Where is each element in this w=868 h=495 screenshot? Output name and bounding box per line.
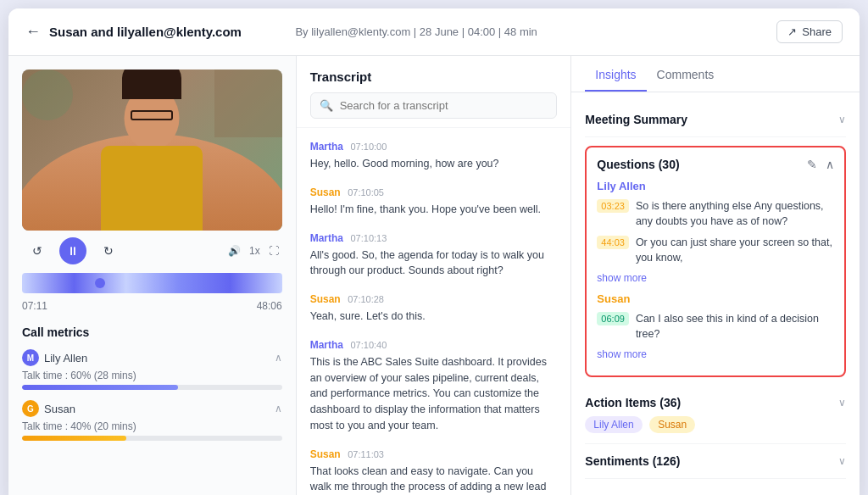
share-icon: ↗ <box>787 25 797 38</box>
list-item: Susan 07:11:03 That looks clean and easy… <box>310 446 558 496</box>
collapse-icon[interactable]: ∧ <box>826 158 834 171</box>
avatar-g: G <box>22 400 39 417</box>
waveform[interactable] <box>22 273 282 293</box>
tab-insights[interactable]: Insights <box>585 56 646 92</box>
speaker-label: Susan <box>310 293 341 305</box>
person2-talk-time: Talk time : 40% (20 mins) <box>22 420 282 432</box>
insights-panel: Insights Comments Meeting Summary ∨ Ques… <box>571 56 860 495</box>
sentiments-title: Sentiments (126) <box>585 454 680 468</box>
insights-body: Meeting Summary ∨ Questions (30) ✎ ∧ Li <box>571 92 860 495</box>
main-layout: ↺ ⏸ ↻ 🔊 1x ⛶ 07:11 48:06 Call metrics <box>8 56 860 495</box>
transcript-time: 07:10:40 <box>350 340 387 350</box>
list-item: Susan 07:10:28 Yeah, sure. Let's do this… <box>310 291 558 325</box>
question-item: 44:03 Or you can just share your screen … <box>597 236 834 265</box>
speaker-label: Martha <box>310 141 343 153</box>
question-text: So is there anything else Any questions,… <box>636 199 834 229</box>
video-player[interactable] <box>22 70 282 231</box>
transcript-time: 07:10:28 <box>348 294 384 304</box>
total-time: 48:06 <box>257 300 282 312</box>
sentiments-toggle[interactable]: Sentiments (126) ∨ <box>585 454 846 468</box>
transcript-text: Yeah, sure. Let's do this. <box>310 309 558 325</box>
sentiments-chevron-down-icon[interactable]: ∨ <box>838 455 846 467</box>
rewind-button[interactable]: ↺ <box>25 239 49 263</box>
video-controls: ↺ ⏸ ↻ 🔊 1x ⛶ <box>22 231 282 270</box>
person1-progress-bar <box>22 385 282 390</box>
volume-icon[interactable]: 🔊 <box>228 245 241 257</box>
action-items-title: Action Items (36) <box>585 396 681 409</box>
person2-progress-bar <box>22 436 282 441</box>
transcript-time: 07:10:05 <box>348 187 384 197</box>
back-button[interactable]: ← <box>25 23 41 41</box>
transcript-time: 07:10:00 <box>350 142 387 152</box>
speaker-label: Susan <box>310 186 341 198</box>
transcript-text: This is the ABC Sales Suite dashboard. I… <box>310 354 558 434</box>
app-container: ← Susan and lilyallen@klenty.com By lily… <box>8 8 860 495</box>
questions-icons: ✎ ∧ <box>807 158 834 171</box>
questions-header: Questions (30) ✎ ∧ <box>597 158 834 171</box>
action-tags: Lily Allen Susan <box>585 416 846 433</box>
tab-comments[interactable]: Comments <box>647 56 725 92</box>
current-time: 07:11 <box>22 300 47 312</box>
list-item: Martha 07:10:40 This is the ABC Sales Su… <box>310 336 558 434</box>
list-item: Susan 07:10:05 Hello! I'm fine, thank yo… <box>310 184 558 218</box>
question-timestamp: 03:23 <box>597 199 629 213</box>
share-button[interactable]: ↗ Share <box>776 20 843 43</box>
search-bar[interactable]: 🔍 <box>310 92 558 119</box>
sentiments-section: Sentiments (126) ∨ <box>585 444 846 479</box>
transcript-time: 07:10:13 <box>350 233 387 243</box>
questions-speaker-lily: Lily Allen <box>597 180 834 192</box>
tag-susan[interactable]: Susan <box>649 416 695 433</box>
chevron-up-icon-2[interactable]: ∧ <box>275 403 282 414</box>
fullscreen-button[interactable]: ⛶ <box>269 245 279 257</box>
person1-name: Lily Allen <box>44 352 87 364</box>
left-panel: ↺ ⏸ ↻ 🔊 1x ⛶ 07:11 48:06 Call metrics <box>8 56 297 495</box>
question-text: Or you can just share your screen so tha… <box>636 236 834 265</box>
speaker-label: Martha <box>310 232 343 244</box>
speed-indicator[interactable]: 1x <box>249 245 260 257</box>
insights-tabs: Insights Comments <box>571 56 860 92</box>
chevron-down-icon[interactable]: ∨ <box>838 114 846 125</box>
question-item: 03:23 So is there anything else Any ques… <box>597 199 834 229</box>
header: ← Susan and lilyallen@klenty.com By lily… <box>8 8 860 56</box>
show-more-lily[interactable]: show more <box>597 272 834 284</box>
action-items-toggle[interactable]: Action Items (36) ∨ <box>585 396 846 409</box>
transcript-body: Martha 07:10:00 Hey, hello. Good morning… <box>297 128 571 495</box>
meeting-summary-title: Meeting Summary <box>585 113 687 126</box>
person2-progress-fill <box>22 436 126 441</box>
question-text: Can I also see this in kind of a decisio… <box>636 312 834 342</box>
speaker-label: Martha <box>310 339 343 351</box>
person1-talk-time: Talk time : 60% (28 mins) <box>22 370 282 381</box>
transcript-text: Hello! I'm fine, thank you. Hope you've … <box>310 202 558 218</box>
forward-button[interactable]: ↻ <box>97 239 120 263</box>
waveform-thumb[interactable] <box>95 278 105 288</box>
edit-icon[interactable]: ✎ <box>807 158 817 171</box>
transcript-text: That looks clean and easy to navigate. C… <box>310 464 558 496</box>
metric-person1: M Lily Allen ∧ Talk time : 60% (28 mins) <box>22 349 282 390</box>
tag-lily-allen[interactable]: Lily Allen <box>585 416 642 433</box>
transcript-time: 07:11:03 <box>348 449 384 459</box>
call-metrics-title: Call metrics <box>22 325 282 339</box>
metric-person2: G Susan ∧ Talk time : 40% (20 mins) <box>22 400 282 441</box>
questions-title: Questions (30) <box>597 158 679 171</box>
search-icon: 🔍 <box>320 99 333 112</box>
action-items-section: Action Items (36) ∨ Lily Allen Susan <box>585 386 846 444</box>
page-title: Susan and lilyallen@klenty.com <box>49 25 288 39</box>
question-item: 06:09 Can I also see this in kind of a d… <box>597 312 834 342</box>
chevron-up-icon[interactable]: ∧ <box>275 352 282 364</box>
transcript-panel: Transcript 🔍 Martha 07:10:00 Hey, hello.… <box>297 56 572 495</box>
transcript-title: Transcript <box>310 70 558 84</box>
play-pause-button[interactable]: ⏸ <box>59 237 86 264</box>
show-more-susan[interactable]: show more <box>597 348 834 360</box>
transcript-header: Transcript 🔍 <box>297 56 571 128</box>
meeting-summary-toggle[interactable]: Meeting Summary ∨ <box>585 113 846 126</box>
list-item: Martha 07:10:13 All's good. So, the agen… <box>310 230 558 280</box>
question-timestamp: 44:03 <box>597 236 629 249</box>
speaker-label: Susan <box>310 448 341 460</box>
avatar-m: M <box>22 349 39 366</box>
transcript-text: Hey, hello. Good morning, how are you? <box>310 156 558 172</box>
search-input[interactable] <box>340 99 548 112</box>
list-item: Martha 07:10:00 Hey, hello. Good morning… <box>310 138 558 172</box>
transcript-text: All's good. So, the agenda for today is … <box>310 248 558 280</box>
action-chevron-down-icon[interactable]: ∨ <box>838 397 846 409</box>
person2-name: Susan <box>44 403 75 415</box>
